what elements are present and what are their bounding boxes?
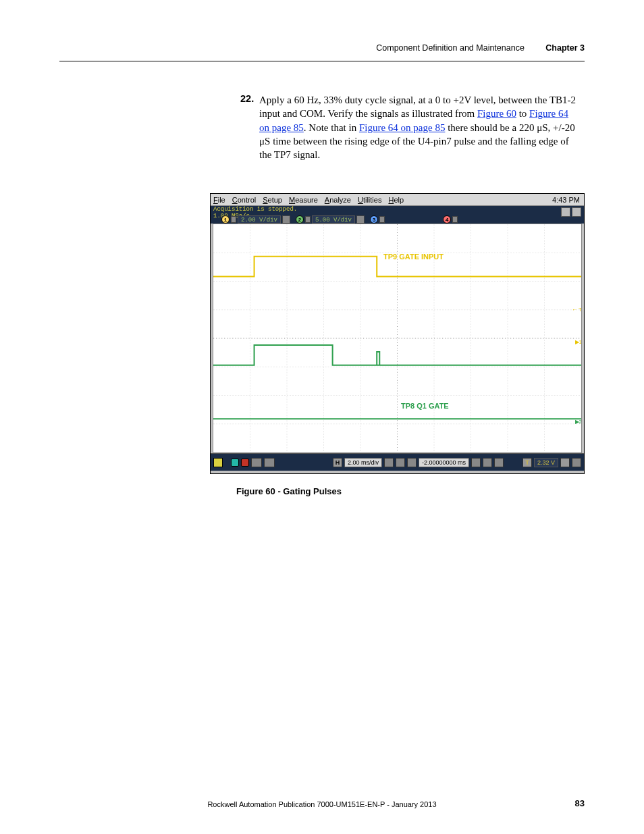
channel-1-value[interactable]: 2.00 V/div (238, 215, 281, 224)
step-text-3: . Note that in (304, 122, 359, 133)
toolbar-icon-1[interactable] (561, 207, 570, 217)
menu-measure[interactable]: Measure (289, 196, 318, 204)
channel-2-probe-icon[interactable] (305, 216, 311, 223)
offset-btn-next[interactable] (494, 458, 504, 467)
toolbar-right-icons (561, 207, 581, 217)
link-figure-64-b[interactable]: Figure 64 on page 85 (359, 122, 445, 133)
scope-menubar: File Control Setup Measure Analyze Utili… (211, 194, 584, 206)
channel-4-block: 4 (443, 215, 458, 224)
stop-button[interactable] (241, 459, 249, 467)
page-number: 83 (575, 798, 585, 808)
scope-toolbar: Acquisition is stopped. 1.00 MSa/s 1 2.0… (211, 206, 584, 224)
menu-file[interactable]: File (213, 196, 225, 204)
side-marker-t: ← T (572, 307, 582, 313)
offset-btn-prev[interactable] (471, 458, 481, 467)
section-title: Component Definition and Maintenance (376, 43, 525, 53)
bottom-btn-1[interactable] (251, 458, 262, 467)
channel-1-probe-icon[interactable] (231, 216, 236, 223)
scope-clock: 4:43 PM (552, 196, 580, 204)
trigger-level-field[interactable]: 2.32 V (534, 458, 558, 467)
channel-4-badge[interactable]: 4 (443, 215, 451, 224)
header-rule (59, 61, 585, 61)
menu-control[interactable]: Control (232, 196, 256, 204)
channel-2-badge[interactable]: 2 (296, 215, 304, 224)
channel-3-block: 3 (370, 215, 385, 224)
trigger-marker-icon[interactable] (213, 458, 223, 467)
channel-2-toggle[interactable] (356, 215, 365, 224)
run-button[interactable] (231, 459, 239, 467)
channel-row: 1 2.00 V/div 2 5.00 V/div 3 4 (221, 215, 458, 224)
trigger-edge-icon[interactable] (572, 458, 581, 467)
bottom-btn-2[interactable] (264, 458, 275, 467)
chapter-label: Chapter 3 (545, 43, 585, 53)
timebase-btn-1[interactable] (384, 458, 394, 467)
channel-1-toggle[interactable] (282, 215, 290, 224)
menu-help[interactable]: Help (388, 196, 404, 204)
link-figure-60[interactable]: Figure 60 (477, 108, 516, 119)
channel-4-probe-icon[interactable] (452, 216, 458, 223)
side-marker-ch2: ▶2 (575, 419, 582, 425)
oscilloscope-window: File Control Setup Measure Analyze Utili… (210, 193, 585, 474)
trigger-spinner[interactable] (560, 458, 570, 467)
timebase-btn-2[interactable] (396, 458, 405, 467)
side-marker-ch1: ▶1 (575, 339, 582, 345)
page-footer: Rockwell Automation Publication 7000-UM1… (0, 800, 644, 808)
toolbar-icon-2[interactable] (572, 207, 581, 217)
menu-utilities[interactable]: Utilities (358, 196, 381, 204)
timebase-label: H (333, 458, 342, 467)
trigger-label: T (522, 458, 532, 467)
channel-1-badge[interactable]: 1 (221, 215, 230, 224)
scope-waveform-area: TP9 GATE INPUT TP8 Q1 GATE ← T ▶1 ▶2 (213, 224, 582, 453)
channel-3-probe-icon[interactable] (379, 216, 385, 223)
scope-grid-svg (213, 224, 581, 452)
channel-2-block: 2 5.00 V/div (296, 215, 365, 224)
timebase-field[interactable]: 2.00 ms/div (344, 458, 382, 467)
channel-3-badge[interactable]: 3 (370, 215, 378, 224)
offset-field[interactable]: -2.00000000 ms (419, 458, 469, 467)
menu-setup[interactable]: Setup (263, 196, 282, 204)
step-text-2: to (516, 108, 529, 119)
waveform-ch2-spike (377, 352, 379, 365)
step-body: Apply a 60 Hz, 33% duty cycle signal, at… (259, 93, 581, 161)
channel-1-block: 1 2.00 V/div (221, 215, 290, 224)
timebase-sep-icon (407, 458, 417, 467)
page-header: Component Definition and Maintenance Cha… (376, 43, 585, 53)
figure-caption: Figure 60 - Gating Pulses (236, 486, 342, 496)
step-number: 22. (240, 93, 259, 161)
menu-analyze[interactable]: Analyze (325, 196, 351, 204)
offset-btn-zero[interactable] (483, 458, 492, 467)
scope-bottom-bar: H 2.00 ms/div -2.00000000 ms T 2.32 V (211, 453, 584, 471)
step-22: 22. Apply a 60 Hz, 33% duty cycle signal… (240, 93, 581, 161)
channel-2-value[interactable]: 5.00 V/div (312, 215, 355, 224)
